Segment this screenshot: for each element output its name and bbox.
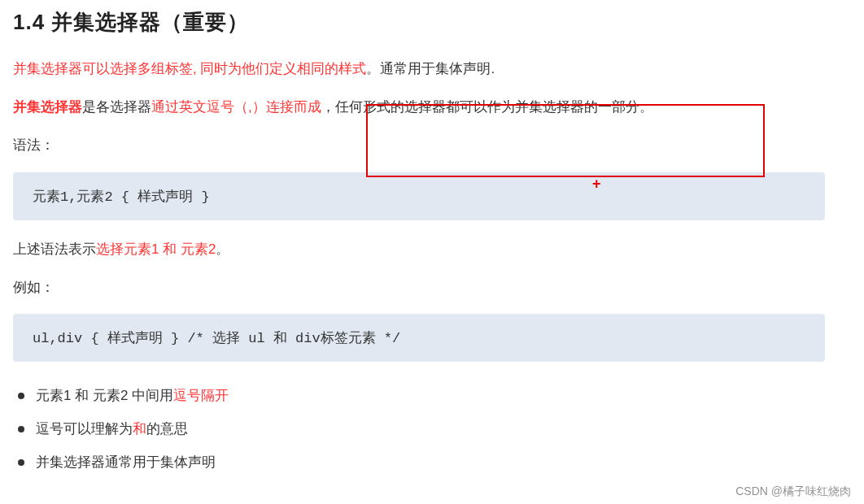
definition-highlight: 通过英文逗号（,）连接而成 (151, 99, 321, 115)
syntax-explain-paragraph: 上述语法表示选择元素1 和 元素2。 (13, 238, 851, 262)
example-codebox: ul,div { 样式声明 } /* 选择 ul 和 div标签元素 */ (13, 314, 825, 362)
intro-paragraph: 并集选择器可以选择多组标签, 同时为他们定义相同的样式。通常用于集体声明. (13, 58, 851, 81)
article-content: 1.4 并集选择器（重要） 并集选择器可以选择多组标签, 同时为他们定义相同的样… (0, 0, 864, 480)
bullet-pre: 逗号可以理解为 (36, 421, 133, 437)
syntax-explain-red: 选择元素1 和 元素2 (96, 241, 216, 257)
list-item: 并集选择器通常用于集体声明 (13, 446, 851, 480)
bullet-red: 和 (133, 421, 146, 437)
bullet-pre: 并集选择器通常用于集体声明 (36, 454, 216, 470)
watermark-text: CSDN @橘子味红烧肉 (735, 484, 851, 499)
intro-rest: 。通常用于集体声明. (366, 61, 495, 76)
bullet-red: 逗号隔开 (173, 388, 229, 403)
list-item: 元素1 和 元素2 中间用逗号隔开 (13, 380, 851, 413)
definition-rest: ，任何形式的选择器都可以作为并集选择器的一部分。 (321, 99, 653, 115)
intro-highlight: 并集选择器可以选择多组标签, 同时为他们定义相同的样式 (13, 61, 366, 76)
section-heading: 1.4 并集选择器（重要） (13, 8, 851, 37)
definition-paragraph: 并集选择器是各选择器通过英文逗号（,）连接而成，任何形式的选择器都可以作为并集选… (13, 96, 851, 119)
bullet-pre: 元素1 和 元素2 中间用 (36, 388, 173, 403)
syntax-label: 语法： (13, 134, 851, 158)
syntax-explain-pre: 上述语法表示 (13, 241, 96, 257)
syntax-codebox: 元素1,元素2 { 样式声明 } (13, 172, 825, 220)
definition-term: 并集选择器 (13, 99, 82, 115)
bullet-list: 元素1 和 元素2 中间用逗号隔开 逗号可以理解为和的意思 并集选择器通常用于集… (13, 380, 851, 479)
syntax-explain-post: 。 (216, 241, 229, 257)
list-item: 逗号可以理解为和的意思 (13, 413, 851, 446)
definition-mid: 是各选择器 (82, 99, 151, 115)
for-example-label: 例如： (13, 276, 851, 300)
bullet-post: 的意思 (146, 421, 188, 437)
